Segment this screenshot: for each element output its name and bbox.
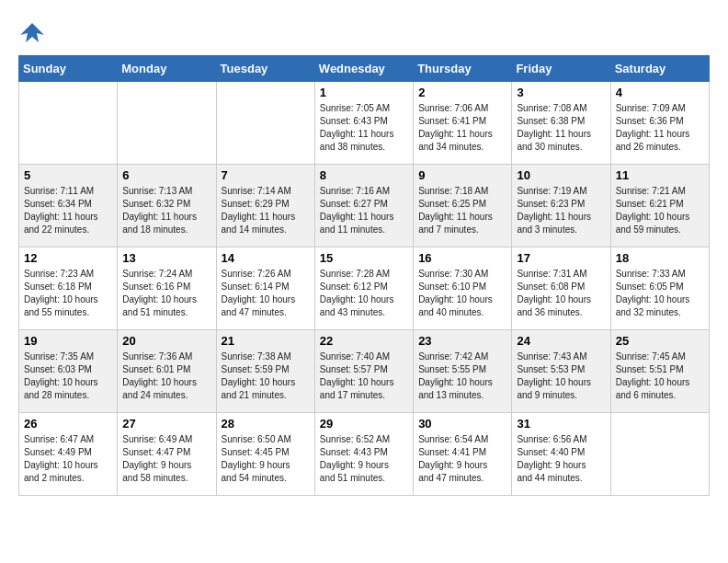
day-number: 9 bbox=[418, 168, 506, 182]
calendar-cell: 12Sunrise: 7:23 AM Sunset: 6:18 PM Dayli… bbox=[19, 247, 118, 330]
calendar-cell: 9Sunrise: 7:18 AM Sunset: 6:25 PM Daylig… bbox=[414, 165, 512, 247]
day-header-friday: Friday bbox=[512, 56, 610, 82]
day-number: 3 bbox=[517, 86, 605, 99]
day-info: Sunrise: 7:26 AM Sunset: 6:14 PM Dayligh… bbox=[222, 268, 310, 319]
calendar-cell: 23Sunrise: 7:42 AM Sunset: 5:55 PM Dayli… bbox=[414, 330, 512, 413]
day-number: 17 bbox=[517, 251, 605, 265]
week-row-5: 26Sunrise: 6:47 AM Sunset: 4:49 PM Dayli… bbox=[19, 413, 710, 496]
calendar-cell: 24Sunrise: 7:43 AM Sunset: 5:53 PM Dayli… bbox=[512, 330, 610, 413]
calendar-cell: 14Sunrise: 7:26 AM Sunset: 6:14 PM Dayli… bbox=[216, 247, 314, 330]
day-info: Sunrise: 6:54 AM Sunset: 4:41 PM Dayligh… bbox=[418, 433, 506, 485]
calendar-cell: 20Sunrise: 7:36 AM Sunset: 6:01 PM Dayli… bbox=[118, 330, 216, 413]
day-info: Sunrise: 7:23 AM Sunset: 6:18 PM Dayligh… bbox=[24, 268, 112, 319]
day-number: 15 bbox=[320, 251, 408, 265]
day-info: Sunrise: 6:50 AM Sunset: 4:45 PM Dayligh… bbox=[222, 433, 310, 485]
logo bbox=[18, 18, 50, 46]
day-info: Sunrise: 7:09 AM Sunset: 6:36 PM Dayligh… bbox=[616, 102, 704, 154]
day-number: 2 bbox=[418, 86, 506, 99]
calendar-cell: 29Sunrise: 6:52 AM Sunset: 4:43 PM Dayli… bbox=[314, 413, 413, 496]
calendar-cell: 26Sunrise: 6:47 AM Sunset: 4:49 PM Dayli… bbox=[19, 413, 118, 496]
day-info: Sunrise: 7:45 AM Sunset: 5:51 PM Dayligh… bbox=[616, 350, 704, 402]
day-info: Sunrise: 7:06 AM Sunset: 6:41 PM Dayligh… bbox=[418, 102, 506, 154]
calendar-cell: 21Sunrise: 7:38 AM Sunset: 5:59 PM Dayli… bbox=[216, 330, 314, 413]
day-info: Sunrise: 7:36 AM Sunset: 6:01 PM Dayligh… bbox=[122, 350, 210, 402]
day-info: Sunrise: 6:56 AM Sunset: 4:40 PM Dayligh… bbox=[517, 433, 605, 485]
day-number: 23 bbox=[418, 334, 506, 348]
calendar-cell: 4Sunrise: 7:09 AM Sunset: 6:36 PM Daylig… bbox=[610, 82, 709, 165]
header-row: SundayMondayTuesdayWednesdayThursdayFrid… bbox=[19, 56, 710, 82]
day-header-tuesday: Tuesday bbox=[216, 56, 314, 82]
calendar-cell: 16Sunrise: 7:30 AM Sunset: 6:10 PM Dayli… bbox=[414, 247, 512, 330]
day-number: 11 bbox=[616, 168, 704, 182]
day-info: Sunrise: 7:33 AM Sunset: 6:05 PM Dayligh… bbox=[616, 268, 704, 319]
calendar-cell: 15Sunrise: 7:28 AM Sunset: 6:12 PM Dayli… bbox=[314, 247, 413, 330]
day-number: 13 bbox=[122, 251, 210, 265]
calendar-cell bbox=[610, 413, 709, 496]
day-header-monday: Monday bbox=[118, 56, 216, 82]
calendar-cell: 31Sunrise: 6:56 AM Sunset: 4:40 PM Dayli… bbox=[512, 413, 610, 496]
calendar-cell: 13Sunrise: 7:24 AM Sunset: 6:16 PM Dayli… bbox=[118, 247, 216, 330]
calendar-cell bbox=[216, 82, 314, 165]
day-info: Sunrise: 7:13 AM Sunset: 6:32 PM Dayligh… bbox=[122, 185, 210, 236]
day-number: 21 bbox=[222, 334, 310, 348]
svg-marker-0 bbox=[20, 23, 44, 42]
calendar-cell: 18Sunrise: 7:33 AM Sunset: 6:05 PM Dayli… bbox=[610, 247, 709, 330]
day-number: 19 bbox=[24, 334, 112, 348]
calendar-cell: 7Sunrise: 7:14 AM Sunset: 6:29 PM Daylig… bbox=[216, 165, 314, 247]
day-number: 8 bbox=[320, 168, 408, 182]
logo-bird-icon bbox=[18, 18, 46, 46]
day-info: Sunrise: 6:49 AM Sunset: 4:47 PM Dayligh… bbox=[122, 433, 210, 485]
day-number: 29 bbox=[320, 417, 408, 431]
day-number: 12 bbox=[24, 251, 112, 265]
calendar-cell: 22Sunrise: 7:40 AM Sunset: 5:57 PM Dayli… bbox=[314, 330, 413, 413]
calendar-cell: 11Sunrise: 7:21 AM Sunset: 6:21 PM Dayli… bbox=[610, 165, 709, 247]
day-info: Sunrise: 7:43 AM Sunset: 5:53 PM Dayligh… bbox=[517, 350, 605, 402]
day-info: Sunrise: 7:28 AM Sunset: 6:12 PM Dayligh… bbox=[320, 268, 408, 319]
calendar-cell bbox=[19, 82, 118, 165]
calendar-cell: 3Sunrise: 7:08 AM Sunset: 6:38 PM Daylig… bbox=[512, 82, 610, 165]
day-number: 30 bbox=[418, 417, 506, 431]
calendar-cell: 27Sunrise: 6:49 AM Sunset: 4:47 PM Dayli… bbox=[118, 413, 216, 496]
day-info: Sunrise: 7:14 AM Sunset: 6:29 PM Dayligh… bbox=[222, 185, 310, 236]
calendar-table: SundayMondayTuesdayWednesdayThursdayFrid… bbox=[18, 55, 710, 496]
calendar-cell: 8Sunrise: 7:16 AM Sunset: 6:27 PM Daylig… bbox=[314, 165, 413, 247]
day-info: Sunrise: 7:11 AM Sunset: 6:34 PM Dayligh… bbox=[24, 185, 112, 236]
week-row-2: 5Sunrise: 7:11 AM Sunset: 6:34 PM Daylig… bbox=[19, 165, 710, 247]
day-number: 24 bbox=[517, 334, 605, 348]
calendar-cell: 10Sunrise: 7:19 AM Sunset: 6:23 PM Dayli… bbox=[512, 165, 610, 247]
day-info: Sunrise: 7:19 AM Sunset: 6:23 PM Dayligh… bbox=[517, 185, 605, 236]
day-number: 18 bbox=[616, 251, 704, 265]
day-number: 26 bbox=[24, 417, 112, 431]
day-number: 25 bbox=[616, 334, 704, 348]
day-info: Sunrise: 7:31 AM Sunset: 6:08 PM Dayligh… bbox=[517, 268, 605, 319]
day-header-wednesday: Wednesday bbox=[314, 56, 413, 82]
day-header-sunday: Sunday bbox=[19, 56, 118, 82]
day-number: 5 bbox=[24, 168, 112, 182]
day-number: 27 bbox=[122, 417, 210, 431]
day-number: 7 bbox=[222, 168, 310, 182]
day-info: Sunrise: 7:40 AM Sunset: 5:57 PM Dayligh… bbox=[320, 350, 408, 402]
day-number: 16 bbox=[418, 251, 506, 265]
calendar-cell: 17Sunrise: 7:31 AM Sunset: 6:08 PM Dayli… bbox=[512, 247, 610, 330]
calendar-cell: 2Sunrise: 7:06 AM Sunset: 6:41 PM Daylig… bbox=[414, 82, 512, 165]
day-header-saturday: Saturday bbox=[610, 56, 709, 82]
calendar-cell bbox=[118, 82, 216, 165]
week-row-1: 1Sunrise: 7:05 AM Sunset: 6:43 PM Daylig… bbox=[19, 82, 710, 165]
day-number: 6 bbox=[122, 168, 210, 182]
day-info: Sunrise: 7:05 AM Sunset: 6:43 PM Dayligh… bbox=[320, 102, 408, 154]
day-header-thursday: Thursday bbox=[414, 56, 512, 82]
day-number: 20 bbox=[122, 334, 210, 348]
calendar-cell: 25Sunrise: 7:45 AM Sunset: 5:51 PM Dayli… bbox=[610, 330, 709, 413]
day-number: 10 bbox=[517, 168, 605, 182]
page-header bbox=[18, 18, 710, 46]
day-info: Sunrise: 7:24 AM Sunset: 6:16 PM Dayligh… bbox=[122, 268, 210, 319]
week-row-3: 12Sunrise: 7:23 AM Sunset: 6:18 PM Dayli… bbox=[19, 247, 710, 330]
day-number: 1 bbox=[320, 86, 408, 99]
week-row-4: 19Sunrise: 7:35 AM Sunset: 6:03 PM Dayli… bbox=[19, 330, 710, 413]
day-info: Sunrise: 7:18 AM Sunset: 6:25 PM Dayligh… bbox=[418, 185, 506, 236]
day-info: Sunrise: 7:38 AM Sunset: 5:59 PM Dayligh… bbox=[222, 350, 310, 402]
day-info: Sunrise: 6:52 AM Sunset: 4:43 PM Dayligh… bbox=[320, 433, 408, 485]
day-number: 31 bbox=[517, 417, 605, 431]
day-info: Sunrise: 7:35 AM Sunset: 6:03 PM Dayligh… bbox=[24, 350, 112, 402]
calendar-cell: 5Sunrise: 7:11 AM Sunset: 6:34 PM Daylig… bbox=[19, 165, 118, 247]
